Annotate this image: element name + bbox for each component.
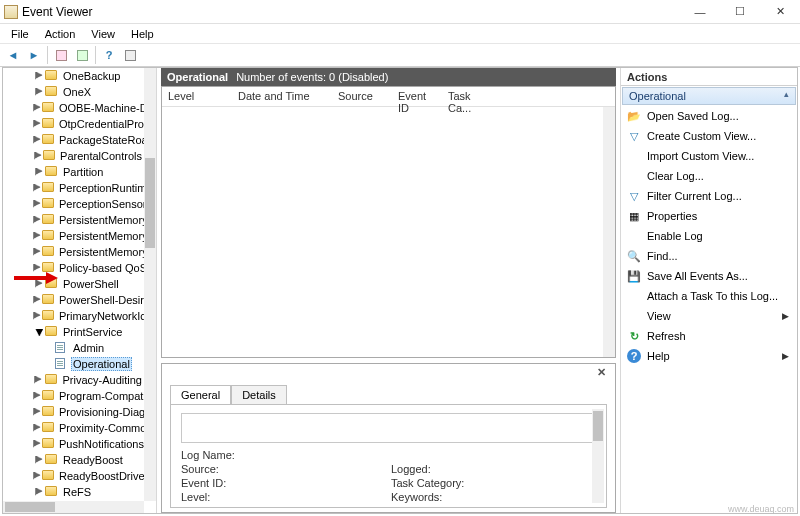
tree-item[interactable]: ⯈Privacy-Auditing <box>3 372 144 388</box>
twisty-closed-icon[interactable]: ⯈ <box>33 471 42 481</box>
twisty-closed-icon[interactable]: ⯈ <box>33 167 45 177</box>
twisty-closed-icon[interactable]: ⯈ <box>33 423 42 433</box>
tree-item[interactable]: Operational <box>3 356 144 372</box>
tab-details[interactable]: Details <box>231 385 287 405</box>
menu-file[interactable]: File <box>4 26 36 42</box>
folder-icon <box>45 278 58 290</box>
tree-item[interactable]: ⯈ReFS <box>3 484 144 500</box>
forward-button[interactable]: ► <box>24 45 44 65</box>
middle-pane: Operational Number of events: 0 (Disable… <box>161 68 616 513</box>
action-item[interactable]: Enable Log <box>621 226 797 246</box>
actions-section-header[interactable]: Operational <box>622 87 796 105</box>
tree-item[interactable]: ⯈OneBackup <box>3 68 144 84</box>
toolbar-btn-1[interactable] <box>51 45 71 65</box>
twisty-closed-icon[interactable]: ⯈ <box>33 295 42 305</box>
tree-item[interactable]: ⯈PerceptionSensorDa <box>3 196 144 212</box>
tree-item[interactable]: ⯈PersistentMemory-S <box>3 244 144 260</box>
menu-action[interactable]: Action <box>38 26 83 42</box>
tree-item[interactable]: ⯈OtpCredentialProvi <box>3 116 144 132</box>
action-item[interactable]: ▽Create Custom View... <box>621 126 797 146</box>
tree-item[interactable]: ⯆PrintService <box>3 324 144 340</box>
col-source[interactable]: Source <box>332 87 392 106</box>
twisty-closed-icon[interactable]: ⯈ <box>33 407 42 417</box>
twisty-closed-icon[interactable]: ⯈ <box>33 439 42 449</box>
twisty-closed-icon[interactable]: ⯈ <box>33 215 42 225</box>
tab-general[interactable]: General <box>170 385 231 405</box>
col-date[interactable]: Date and Time <box>232 87 332 106</box>
twisty-closed-icon[interactable]: ⯈ <box>33 487 45 497</box>
col-level[interactable]: Level <box>162 87 232 106</box>
detail-close-button[interactable]: ✕ <box>593 366 609 382</box>
action-item[interactable]: ▦Properties <box>621 206 797 226</box>
tree-item[interactable]: ⯈Partition <box>3 164 144 180</box>
twisty-open-icon[interactable]: ⯆ <box>33 327 45 337</box>
event-grid[interactable]: Level Date and Time Source Event ID Task… <box>161 86 616 358</box>
tree-item-label: ParentalControls <box>58 150 144 162</box>
maximize-button[interactable]: ☐ <box>720 0 760 24</box>
action-item[interactable]: 🔍Find... <box>621 246 797 266</box>
twisty-closed-icon[interactable]: ⯈ <box>33 151 43 161</box>
twisty-closed-icon[interactable]: ⯈ <box>33 71 45 81</box>
twisty-closed-icon[interactable]: ⯈ <box>33 455 45 465</box>
action-item[interactable]: Attach a Task To this Log... <box>621 286 797 306</box>
tree-item[interactable]: ⯈OOBE-Machine-DU <box>3 100 144 116</box>
tree-item[interactable]: ⯈Policy-based QoS <box>3 260 144 276</box>
grid-vscrollbar[interactable] <box>603 107 615 357</box>
twisty-closed-icon[interactable]: ⯈ <box>33 231 42 241</box>
twisty-closed-icon[interactable]: ⯈ <box>33 103 42 113</box>
tree-item[interactable]: ⯈Proximity-Common <box>3 420 144 436</box>
tree-item[interactable]: ⯈PowerShell-Desired <box>3 292 144 308</box>
tree-vscrollbar[interactable] <box>144 68 156 501</box>
twisty-closed-icon[interactable]: ⯈ <box>33 247 42 257</box>
tree-item[interactable]: ⯈OneX <box>3 84 144 100</box>
tree-item[interactable]: ⯈ParentalControls <box>3 148 144 164</box>
twisty-closed-icon[interactable]: ⯈ <box>33 391 42 401</box>
tree-item[interactable]: ⯈PerceptionRuntime <box>3 180 144 196</box>
action-item[interactable]: ▽Filter Current Log... <box>621 186 797 206</box>
action-item[interactable]: ↻Refresh <box>621 326 797 346</box>
twisty-closed-icon[interactable]: ⯈ <box>33 279 45 289</box>
toolbar-btn-3[interactable] <box>120 45 140 65</box>
tree-view[interactable]: ⯈OneBackup⯈OneX⯈OOBE-Machine-DU⯈OtpCrede… <box>3 68 144 501</box>
action-item[interactable]: 💾Save All Events As... <box>621 266 797 286</box>
tree-item[interactable]: ⯈PushNotifications-P <box>3 436 144 452</box>
twisty-closed-icon[interactable]: ⯈ <box>33 375 45 385</box>
tree-item[interactable]: Admin <box>3 340 144 356</box>
back-button[interactable]: ◄ <box>3 45 23 65</box>
twisty-closed-icon[interactable]: ⯈ <box>33 199 42 209</box>
action-item[interactable]: ?Help▶ <box>621 346 797 366</box>
tree-item[interactable]: ⯈Provisioning-Diagn <box>3 404 144 420</box>
help-button[interactable]: ? <box>99 45 119 65</box>
detail-vscrollbar[interactable] <box>592 409 604 503</box>
submenu-arrow-icon: ▶ <box>782 351 789 361</box>
tree-item[interactable]: ⯈PowerShell <box>3 276 144 292</box>
action-item[interactable]: View▶ <box>621 306 797 326</box>
twisty-closed-icon[interactable]: ⯈ <box>33 183 42 193</box>
tree-item[interactable]: ⯈ReadyBoostDriver <box>3 468 144 484</box>
tree-item[interactable]: ⯈PrimaryNetworkIcon <box>3 308 144 324</box>
twisty-closed-icon[interactable]: ⯈ <box>33 119 42 129</box>
action-item[interactable]: Clear Log... <box>621 166 797 186</box>
col-eventid[interactable]: Event ID <box>392 87 442 106</box>
twisty-closed-icon[interactable]: ⯈ <box>33 87 45 97</box>
toolbar-btn-2[interactable] <box>72 45 92 65</box>
menu-help[interactable]: Help <box>124 26 161 42</box>
tree-item-label: Partition <box>61 166 105 178</box>
tree-pane: ⯈OneBackup⯈OneX⯈OOBE-Machine-DU⯈OtpCrede… <box>3 68 157 513</box>
tree-item[interactable]: ⯈PersistentMemory-I <box>3 228 144 244</box>
twisty-closed-icon[interactable]: ⯈ <box>33 135 42 145</box>
twisty-closed-icon[interactable]: ⯈ <box>33 311 42 321</box>
tree-item-label: OtpCredentialProvi <box>57 118 144 130</box>
minimize-button[interactable]: ― <box>680 0 720 24</box>
twisty-closed-icon[interactable]: ⯈ <box>33 263 42 273</box>
tree-item[interactable]: ⯈Program-Compatibi <box>3 388 144 404</box>
action-item[interactable]: Import Custom View... <box>621 146 797 166</box>
tree-item[interactable]: ⯈PersistentMemory-I <box>3 212 144 228</box>
tree-item[interactable]: ⯈ReadyBoost <box>3 452 144 468</box>
menu-view[interactable]: View <box>84 26 122 42</box>
tree-item[interactable]: ⯈PackageStateRoami <box>3 132 144 148</box>
col-taskcat[interactable]: Task Ca... <box>442 87 502 106</box>
tree-hscrollbar[interactable] <box>3 501 144 513</box>
action-item[interactable]: 📂Open Saved Log... <box>621 106 797 126</box>
close-button[interactable]: ✕ <box>760 0 800 24</box>
